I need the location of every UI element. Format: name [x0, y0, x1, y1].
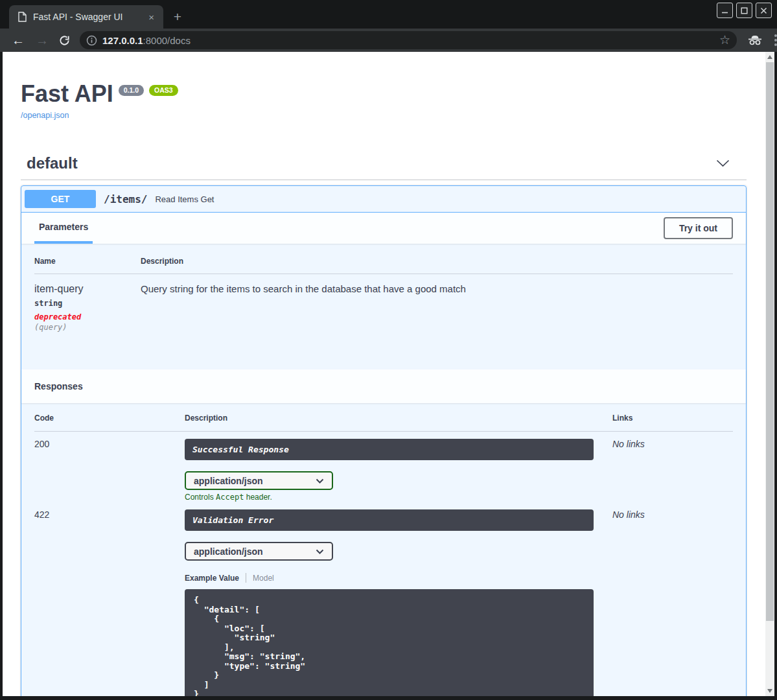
accept-code: Accept [216, 493, 244, 502]
media-type-select[interactable]: application/json [185, 471, 333, 490]
url-host: 127.0.0.1 [102, 35, 143, 46]
accept-header-note: Controls Accept header. [185, 493, 612, 502]
reload-button-icon[interactable] [58, 34, 71, 47]
parameters-table: Name Description item-query string depre… [21, 244, 746, 369]
section-collapse-icon[interactable] [716, 159, 730, 167]
tag-title: default [27, 154, 78, 172]
bookmark-star-icon[interactable]: ☆ [719, 32, 730, 47]
parameters-header: Parameters Try it out [21, 213, 746, 244]
opblock-get-items: GET /items/ Read Items Get Parameters Tr… [21, 185, 747, 696]
method-badge: GET [25, 190, 96, 208]
resp-col-description-header: Description [185, 414, 612, 423]
opblock-summary[interactable]: GET /items/ Read Items Get [21, 186, 746, 213]
responses-header: Responses [21, 369, 746, 403]
page-scrollbar[interactable] [765, 52, 774, 696]
responses-title: Responses [34, 381, 83, 391]
chevron-down-icon [316, 549, 324, 554]
openapi-spec-link[interactable]: /openapi.json [21, 111, 69, 120]
response-links: No links [612, 439, 733, 449]
browser-menu-icon[interactable] [774, 34, 777, 46]
browser-titlebar: Fast API - Swagger UI × + [0, 0, 777, 29]
parameter-deprecated-flag: deprecated [34, 312, 141, 321]
tab-parameters: Parameters [34, 213, 93, 244]
browser-toolbar: ← → 127.0.0.1:8000/docs ☆ [0, 29, 777, 52]
tab-separator [246, 573, 246, 583]
parameter-name: item-query [34, 283, 141, 295]
response-code: 200 [34, 439, 185, 449]
scrollbar-thumb[interactable] [766, 62, 774, 621]
responses-table: Code Description Links 200 Successful Re… [21, 403, 746, 696]
tab-title: Fast API - Swagger UI [33, 12, 146, 22]
try-it-out-button[interactable]: Try it out [664, 217, 733, 239]
chevron-down-icon [316, 478, 324, 484]
response-row-422: 422 Validation Error application/json Ex… [34, 502, 733, 696]
response-row-200: 200 Successful Response application/json… [34, 432, 733, 502]
api-info: Fast API0.1.0OAS3 /openapi.json [21, 52, 747, 121]
media-type-select[interactable]: application/json [185, 542, 333, 561]
url-text[interactable]: 127.0.0.1:8000/docs [102, 35, 191, 46]
media-type-value: application/json [194, 546, 263, 557]
incognito-icon [747, 34, 763, 46]
tag-section-default: default GET /items/ Read Items Get Param… [21, 154, 747, 696]
window-controls [717, 3, 772, 18]
param-col-description-header: Description [141, 257, 733, 266]
scrollbar-up-icon[interactable] [767, 55, 772, 59]
oas3-badge: OAS3 [149, 85, 178, 96]
operation-summary: Read Items Get [155, 194, 214, 204]
page-content: Fast API0.1.0OAS3 /openapi.json default … [3, 52, 765, 696]
parameter-type: string [34, 299, 141, 308]
response-code: 422 [34, 509, 185, 520]
parameter-description: Query string for the items to search in … [141, 283, 733, 332]
browser-tab[interactable]: Fast API - Swagger UI × [9, 5, 163, 29]
response-links: No links [612, 509, 733, 520]
response-description-box: Validation Error [185, 509, 594, 531]
site-info-icon[interactable] [86, 35, 97, 46]
resp-col-links-header: Links [612, 414, 733, 423]
api-title: Fast API [21, 80, 113, 107]
example-model-tabs: Example Value Model [185, 573, 612, 583]
tab-model[interactable]: Model [253, 574, 274, 583]
scrollbar-down-icon[interactable] [767, 689, 772, 693]
example-json-code[interactable]: { "detail": [ { "loc": [ "string" ], "ms… [185, 589, 594, 696]
param-col-name-header: Name [34, 257, 141, 266]
new-tab-button[interactable]: + [168, 8, 187, 26]
parameter-location: (query) [34, 323, 141, 332]
operation-path: /items/ [104, 193, 147, 205]
resp-col-code-header: Code [34, 414, 185, 423]
close-button[interactable] [756, 3, 772, 18]
forward-button-icon: → [36, 34, 49, 47]
version-badge: 0.1.0 [119, 85, 144, 96]
url-bar[interactable]: 127.0.0.1:8000/docs ☆ [80, 31, 737, 49]
minimize-button[interactable] [717, 3, 733, 18]
maximize-button[interactable] [736, 3, 752, 18]
response-description-box: Successful Response [185, 439, 594, 460]
url-path: :8000/docs [143, 35, 191, 46]
media-type-value: application/json [194, 476, 263, 486]
tab-example-value[interactable]: Example Value [185, 574, 239, 583]
back-button-icon[interactable]: ← [12, 34, 25, 47]
section-divider [21, 180, 747, 180]
page-favicon-icon [18, 12, 27, 22]
parameter-row: item-query string deprecated (query) Que… [34, 274, 733, 332]
tab-close-icon[interactable]: × [146, 11, 157, 23]
